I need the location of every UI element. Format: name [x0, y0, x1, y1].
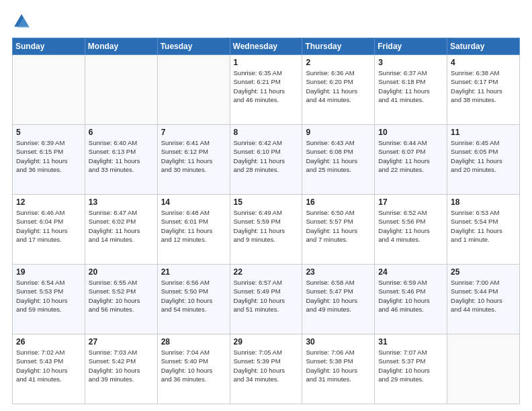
weekday-header-monday: Monday	[85, 38, 157, 55]
day-number: 23	[306, 267, 371, 277]
calendar-cell: 21Sunrise: 6:56 AM Sunset: 5:50 PM Dayli…	[157, 265, 230, 334]
day-info: Sunrise: 6:36 AM Sunset: 6:20 PM Dayligh…	[306, 68, 371, 104]
weekday-header-saturday: Saturday	[447, 38, 520, 55]
calendar-cell: 3Sunrise: 6:37 AM Sunset: 6:18 PM Daylig…	[375, 55, 447, 125]
calendar-cell: 23Sunrise: 6:58 AM Sunset: 5:47 PM Dayli…	[302, 265, 375, 334]
day-number: 30	[306, 337, 371, 347]
day-info: Sunrise: 7:04 AM Sunset: 5:40 PM Dayligh…	[161, 348, 226, 383]
day-info: Sunrise: 6:38 AM Sunset: 6:17 PM Dayligh…	[451, 68, 516, 104]
calendar-cell: 28Sunrise: 7:04 AM Sunset: 5:40 PM Dayli…	[157, 334, 230, 404]
calendar-cell: 2Sunrise: 6:36 AM Sunset: 6:20 PM Daylig…	[302, 55, 375, 125]
day-number: 16	[306, 197, 371, 207]
week-row-4: 19Sunrise: 6:54 AM Sunset: 5:53 PM Dayli…	[13, 265, 520, 334]
day-number: 10	[378, 128, 443, 137]
day-number: 19	[16, 267, 81, 277]
day-number: 20	[89, 267, 154, 277]
day-info: Sunrise: 6:37 AM Sunset: 6:18 PM Dayligh…	[378, 68, 443, 104]
day-info: Sunrise: 6:39 AM Sunset: 6:15 PM Dayligh…	[16, 138, 81, 174]
calendar-cell	[85, 55, 157, 125]
calendar-cell: 17Sunrise: 6:52 AM Sunset: 5:56 PM Dayli…	[375, 195, 447, 265]
day-number: 8	[234, 128, 299, 137]
calendar-cell	[13, 55, 85, 125]
day-info: Sunrise: 7:05 AM Sunset: 5:39 PM Dayligh…	[234, 348, 299, 383]
logo-icon	[12, 12, 31, 31]
day-info: Sunrise: 6:56 AM Sunset: 5:50 PM Dayligh…	[161, 278, 226, 314]
calendar-cell	[157, 55, 230, 125]
day-info: Sunrise: 7:02 AM Sunset: 5:43 PM Dayligh…	[16, 348, 81, 383]
calendar-cell: 7Sunrise: 6:41 AM Sunset: 6:12 PM Daylig…	[157, 125, 230, 195]
day-info: Sunrise: 6:35 AM Sunset: 6:21 PM Dayligh…	[234, 68, 299, 104]
day-number: 13	[89, 197, 154, 207]
calendar-cell: 11Sunrise: 6:45 AM Sunset: 6:05 PM Dayli…	[447, 125, 520, 195]
calendar-cell: 31Sunrise: 7:07 AM Sunset: 5:37 PM Dayli…	[375, 334, 447, 404]
day-number: 28	[161, 337, 226, 347]
calendar-cell: 29Sunrise: 7:05 AM Sunset: 5:39 PM Dayli…	[230, 334, 302, 404]
calendar-cell: 5Sunrise: 6:39 AM Sunset: 6:15 PM Daylig…	[13, 125, 85, 195]
day-info: Sunrise: 6:40 AM Sunset: 6:13 PM Dayligh…	[89, 138, 154, 174]
calendar-cell: 27Sunrise: 7:03 AM Sunset: 5:42 PM Dayli…	[85, 334, 157, 404]
day-info: Sunrise: 6:54 AM Sunset: 5:53 PM Dayligh…	[16, 278, 81, 314]
calendar-cell: 8Sunrise: 6:42 AM Sunset: 6:10 PM Daylig…	[230, 125, 302, 195]
day-number: 1	[234, 58, 299, 67]
day-number: 31	[378, 337, 443, 347]
calendar-cell: 20Sunrise: 6:55 AM Sunset: 5:52 PM Dayli…	[85, 265, 157, 334]
day-info: Sunrise: 7:03 AM Sunset: 5:42 PM Dayligh…	[89, 348, 154, 383]
day-number: 12	[16, 197, 81, 207]
calendar-cell: 4Sunrise: 6:38 AM Sunset: 6:17 PM Daylig…	[447, 55, 520, 125]
day-number: 4	[451, 58, 516, 67]
day-number: 7	[161, 128, 226, 137]
day-info: Sunrise: 6:43 AM Sunset: 6:08 PM Dayligh…	[306, 138, 371, 174]
calendar-cell: 1Sunrise: 6:35 AM Sunset: 6:21 PM Daylig…	[230, 55, 302, 125]
day-info: Sunrise: 6:45 AM Sunset: 6:05 PM Dayligh…	[451, 138, 516, 174]
weekday-header-row: SundayMondayTuesdayWednesdayThursdayFrid…	[13, 38, 520, 55]
calendar-cell: 10Sunrise: 6:44 AM Sunset: 6:07 PM Dayli…	[375, 125, 447, 195]
logo	[12, 12, 34, 31]
day-number: 22	[234, 267, 299, 277]
weekday-header-friday: Friday	[375, 38, 447, 55]
calendar-cell: 6Sunrise: 6:40 AM Sunset: 6:13 PM Daylig…	[85, 125, 157, 195]
day-number: 26	[16, 337, 81, 347]
day-info: Sunrise: 6:46 AM Sunset: 6:04 PM Dayligh…	[16, 208, 81, 244]
day-number: 3	[378, 58, 443, 67]
calendar-cell: 22Sunrise: 6:57 AM Sunset: 5:49 PM Dayli…	[230, 265, 302, 334]
day-number: 5	[16, 128, 81, 137]
calendar-cell: 15Sunrise: 6:49 AM Sunset: 5:59 PM Dayli…	[230, 195, 302, 265]
day-number: 17	[378, 197, 443, 207]
calendar-cell: 9Sunrise: 6:43 AM Sunset: 6:08 PM Daylig…	[302, 125, 375, 195]
day-number: 29	[234, 337, 299, 347]
day-number: 25	[451, 267, 516, 277]
day-info: Sunrise: 7:06 AM Sunset: 5:38 PM Dayligh…	[306, 348, 371, 383]
day-number: 9	[306, 128, 371, 137]
calendar-cell: 18Sunrise: 6:53 AM Sunset: 5:54 PM Dayli…	[447, 195, 520, 265]
calendar-cell: 13Sunrise: 6:47 AM Sunset: 6:02 PM Dayli…	[85, 195, 157, 265]
weekday-header-tuesday: Tuesday	[157, 38, 230, 55]
day-info: Sunrise: 6:49 AM Sunset: 5:59 PM Dayligh…	[234, 208, 299, 244]
calendar-cell: 12Sunrise: 6:46 AM Sunset: 6:04 PM Dayli…	[13, 195, 85, 265]
calendar-cell: 14Sunrise: 6:48 AM Sunset: 6:01 PM Dayli…	[157, 195, 230, 265]
day-number: 2	[306, 58, 371, 67]
day-info: Sunrise: 6:47 AM Sunset: 6:02 PM Dayligh…	[89, 208, 154, 244]
calendar-cell: 19Sunrise: 6:54 AM Sunset: 5:53 PM Dayli…	[13, 265, 85, 334]
day-number: 6	[89, 128, 154, 137]
day-number: 11	[451, 128, 516, 137]
day-number: 21	[161, 267, 226, 277]
week-row-1: 1Sunrise: 6:35 AM Sunset: 6:21 PM Daylig…	[13, 55, 520, 125]
day-info: Sunrise: 6:48 AM Sunset: 6:01 PM Dayligh…	[161, 208, 226, 244]
week-row-2: 5Sunrise: 6:39 AM Sunset: 6:15 PM Daylig…	[13, 125, 520, 195]
calendar-cell: 24Sunrise: 6:59 AM Sunset: 5:46 PM Dayli…	[375, 265, 447, 334]
day-info: Sunrise: 6:55 AM Sunset: 5:52 PM Dayligh…	[89, 278, 154, 314]
header	[12, 12, 520, 31]
week-row-5: 26Sunrise: 7:02 AM Sunset: 5:43 PM Dayli…	[13, 334, 520, 404]
day-number: 14	[161, 197, 226, 207]
day-number: 18	[451, 197, 516, 207]
calendar-cell: 26Sunrise: 7:02 AM Sunset: 5:43 PM Dayli…	[13, 334, 85, 404]
day-info: Sunrise: 6:53 AM Sunset: 5:54 PM Dayligh…	[451, 208, 516, 244]
weekday-header-sunday: Sunday	[13, 38, 85, 55]
day-info: Sunrise: 7:00 AM Sunset: 5:44 PM Dayligh…	[451, 278, 516, 314]
day-info: Sunrise: 6:44 AM Sunset: 6:07 PM Dayligh…	[378, 138, 443, 174]
day-number: 24	[378, 267, 443, 277]
calendar: SundayMondayTuesdayWednesdayThursdayFrid…	[12, 38, 520, 404]
day-number: 27	[89, 337, 154, 347]
day-info: Sunrise: 6:59 AM Sunset: 5:46 PM Dayligh…	[378, 278, 443, 314]
calendar-cell	[447, 334, 520, 404]
